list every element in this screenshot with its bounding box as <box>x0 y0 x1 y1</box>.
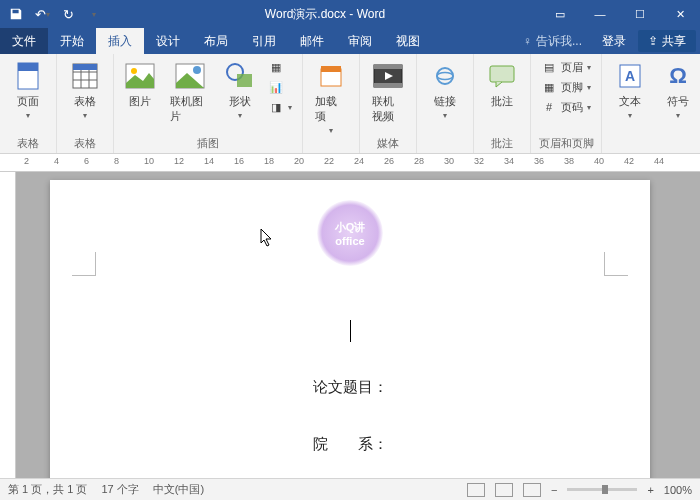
comment-label: 批注 <box>491 94 513 109</box>
text-caret <box>350 320 351 342</box>
tell-me-label: 告诉我... <box>536 33 582 50</box>
group-addins: 加载项▾ <box>303 54 360 153</box>
store-icon <box>315 60 347 92</box>
svg-rect-18 <box>374 83 402 87</box>
shapes-label: 形状 <box>229 94 251 109</box>
undo-button[interactable]: ↶▾ <box>30 2 54 26</box>
page-icon <box>12 60 44 92</box>
window-controls: ▭ — ☐ ✕ <box>540 0 700 28</box>
watermark-line2: office <box>335 235 364 247</box>
addins-label: 加载项 <box>315 94 347 124</box>
status-language[interactable]: 中文(中国) <box>153 482 204 497</box>
ruler-horizontal[interactable]: 2468101214161820222426283032343638404244 <box>0 154 700 172</box>
pictures-button[interactable]: 图片 <box>120 58 160 111</box>
margin-corner-tr <box>604 252 628 276</box>
qat-customize[interactable]: ▾ <box>82 2 106 26</box>
group-label-links <box>423 137 467 151</box>
share-icon: ⇪ <box>648 34 658 48</box>
svg-rect-7 <box>73 64 97 70</box>
tab-references[interactable]: 引用 <box>240 28 288 54</box>
window-title: Word演示.docx - Word <box>110 6 540 23</box>
textbox-button[interactable]: A 文本▾ <box>608 58 652 122</box>
link-label: 链接 <box>434 94 456 109</box>
header-button[interactable]: ▤页眉▾ <box>537 58 595 76</box>
group-label-hf: 页眉和页脚 <box>537 134 595 151</box>
group-header-footer: ▤页眉▾ ▦页脚▾ #页码▾ 页眉和页脚 <box>531 54 602 153</box>
link-icon <box>429 60 461 92</box>
mouse-cursor-icon <box>260 228 274 252</box>
svg-rect-21 <box>490 66 514 82</box>
tab-home[interactable]: 开始 <box>48 28 96 54</box>
tell-me-search[interactable]: ♀ 告诉我... <box>515 33 590 50</box>
online-pictures-button[interactable]: 联机图片 <box>164 58 215 126</box>
tab-design[interactable]: 设计 <box>144 28 192 54</box>
smartart-icon: ▦ <box>268 59 284 75</box>
tab-layout[interactable]: 布局 <box>192 28 240 54</box>
online-picture-icon <box>174 60 206 92</box>
chart-button[interactable]: 📊 <box>264 78 296 96</box>
pagenum-icon: # <box>541 99 557 115</box>
video-label: 联机视频 <box>372 94 404 124</box>
page-number-button[interactable]: #页码▾ <box>537 98 595 116</box>
online-pic-label: 联机图片 <box>170 94 209 124</box>
view-print-button[interactable] <box>495 483 513 497</box>
group-label-comments: 批注 <box>480 134 524 151</box>
document-page[interactable]: 小Q讲 office 论文题目： 院 系： <box>50 180 650 486</box>
smartart-button[interactable]: ▦ <box>264 58 296 76</box>
watermark-logo: 小Q讲 office <box>317 200 383 266</box>
screenshot-button[interactable]: ◨▾ <box>264 98 296 116</box>
footer-icon: ▦ <box>541 79 557 95</box>
comment-button[interactable]: 批注 <box>480 58 524 111</box>
ribbon-options-button[interactable]: ▭ <box>540 0 580 28</box>
zoom-slider[interactable] <box>567 488 637 491</box>
view-web-button[interactable] <box>523 483 541 497</box>
group-pages: 页面▾ 表格 <box>0 54 57 153</box>
textbox-label: 文本 <box>619 94 641 109</box>
table-icon <box>69 60 101 92</box>
margin-corner-tl <box>72 252 96 276</box>
lightbulb-icon: ♀ <box>523 34 532 48</box>
online-video-button[interactable]: 联机视频 <box>366 58 410 126</box>
zoom-out-button[interactable]: − <box>551 484 557 496</box>
share-label: 共享 <box>662 33 686 50</box>
svg-rect-15 <box>321 66 341 72</box>
login-button[interactable]: 登录 <box>594 33 634 50</box>
zoom-level[interactable]: 100% <box>664 484 692 496</box>
tab-mailings[interactable]: 邮件 <box>288 28 336 54</box>
tab-review[interactable]: 审阅 <box>336 28 384 54</box>
save-button[interactable] <box>4 2 28 26</box>
link-button[interactable]: 链接▾ <box>423 58 467 122</box>
group-label-media: 媒体 <box>366 134 410 151</box>
zoom-in-button[interactable]: + <box>647 484 653 496</box>
cover-page-button[interactable]: 页面▾ <box>6 58 50 122</box>
addins-button[interactable]: 加载项▾ <box>309 58 353 137</box>
ribbon-tabs: 文件 开始 插入 设计 布局 引用 邮件 审阅 视图 ♀ 告诉我... 登录 ⇪… <box>0 28 700 54</box>
maximize-button[interactable]: ☐ <box>620 0 660 28</box>
tab-file[interactable]: 文件 <box>0 28 48 54</box>
shapes-icon <box>224 60 256 92</box>
table-button[interactable]: 表格▾ <box>63 58 107 122</box>
ruler-vertical[interactable] <box>0 172 16 486</box>
screenshot-icon: ◨ <box>268 99 284 115</box>
shapes-button[interactable]: 形状▾ <box>220 58 260 122</box>
close-button[interactable]: ✕ <box>660 0 700 28</box>
view-read-button[interactable] <box>467 483 485 497</box>
tab-view[interactable]: 视图 <box>384 28 432 54</box>
status-wordcount[interactable]: 17 个字 <box>101 482 138 497</box>
share-button[interactable]: ⇪ 共享 <box>638 30 696 52</box>
title-bar: ↶▾ ↻ ▾ Word演示.docx - Word ▭ — ☐ ✕ <box>0 0 700 28</box>
footer-button[interactable]: ▦页脚▾ <box>537 78 595 96</box>
group-tables: 表格▾ 表格 <box>57 54 114 153</box>
minimize-button[interactable]: — <box>580 0 620 28</box>
symbol-button[interactable]: Ω 符号▾ <box>656 58 700 122</box>
tab-insert[interactable]: 插入 <box>96 28 144 54</box>
doc-line-dept: 院 系： <box>50 424 650 463</box>
svg-point-19 <box>437 68 453 84</box>
group-illustrations: 图片 联机图片 形状▾ ▦ 📊 ◨▾ 插图 <box>114 54 303 153</box>
svg-point-9 <box>131 68 137 74</box>
video-icon <box>372 60 404 92</box>
status-page[interactable]: 第 1 页，共 1 页 <box>8 482 87 497</box>
quick-access-toolbar: ↶▾ ↻ ▾ <box>0 2 110 26</box>
picture-icon <box>124 60 156 92</box>
redo-button[interactable]: ↻ <box>56 2 80 26</box>
